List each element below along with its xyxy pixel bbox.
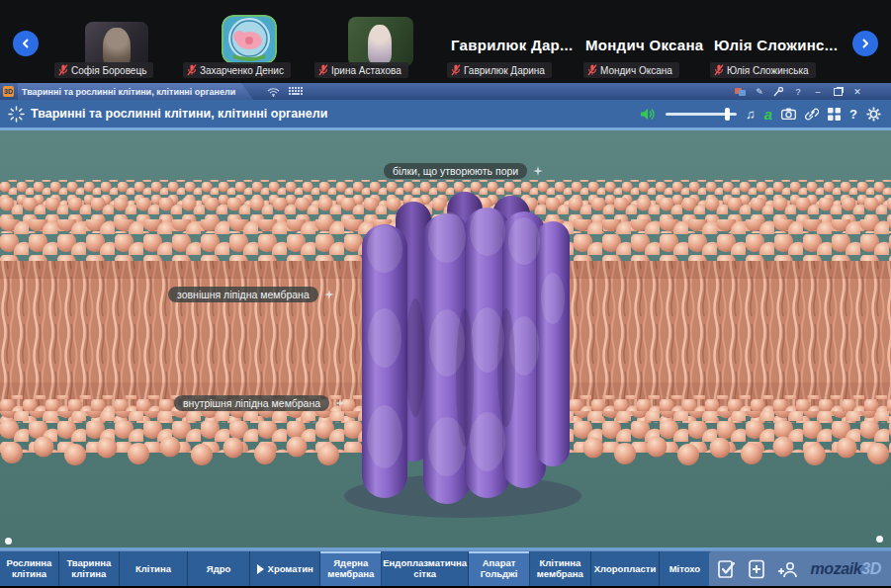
muted-mic-icon [587,64,597,76]
muted-mic-icon [714,64,724,76]
participants-prev-button[interactable] [13,31,39,56]
pencil-icon[interactable]: ✎ [754,86,765,97]
grid-icon[interactable] [828,108,841,121]
video-subject [368,25,392,64]
close-icon[interactable]: ✕ [851,86,863,97]
keyboard-icon[interactable] [289,87,303,96]
toolbar-panel: mozaik3D [709,551,891,587]
sparkle-icon [335,398,345,408]
window-title-tab: Тваринні та рослинні клітини, клітинні о… [18,83,253,100]
help-icon[interactable]: ? [792,86,804,97]
minimize-icon[interactable]: – [812,86,824,97]
chevron-left-icon [21,39,31,48]
scene-tabs-bar: Рослинна клітина Тваринна клітина Клітин… [0,550,891,587]
tab-klityna[interactable]: Клітина [120,551,188,587]
tools-icon[interactable] [773,87,784,97]
participant-name: Захарченко Денис [200,65,284,76]
participant-name: Ірина Астахова [331,65,401,76]
participant-name: Софія Боровець [71,65,146,76]
tab-roslynna-klityna[interactable]: Рослинна клітина [0,551,59,587]
gear-icon[interactable] [866,107,881,122]
spinner-icon[interactable] [8,106,25,123]
camera-icon[interactable] [781,108,796,120]
window-titlebar: 3D Тваринні та рослинні клітини, клітинн… [0,83,891,100]
participant-video-iryna[interactable] [348,17,413,66]
text-tool-icon[interactable]: a [764,107,772,122]
presentation-icon[interactable] [735,87,746,97]
conference-strip: Софія Боровець Захарченко Денис [0,0,891,83]
wifi-icon [267,87,280,97]
scene-nav-dot-left[interactable] [5,538,12,545]
pore-protein-cluster [344,192,581,518]
pig-avatar-image [222,15,277,64]
label-text: білки, що утворюють пори [384,163,527,179]
mozaik3d-logo: mozaik3D [810,560,881,578]
participant-display-name[interactable]: Гаврилюк Дар... [451,37,573,53]
tab-klitynna-membrana[interactable]: Клітинна мембрана [530,551,591,587]
scene-label-pore-proteins[interactable]: білки, що утворюють пори [384,163,543,179]
participant-name: Мондич Оксана [600,65,672,76]
tab-yadro[interactable]: Ядро [188,551,250,587]
music-note-icon[interactable]: ♫ [746,107,756,122]
membrane-3d-model [0,130,891,547]
scene-label-inner-lipid-membrane[interactable]: внутрішня ліпідна мембрана [174,395,345,411]
participant-name-badge: Захарченко Денис [183,62,291,78]
muted-mic-icon [451,64,461,76]
participant-display-name[interactable]: Мондич Оксана [585,37,703,53]
tab-yaderna-membrana[interactable]: Ядерна мембрана [320,551,382,587]
tab-khromatyn[interactable]: Хроматин [250,551,320,587]
sparkle-icon [533,166,543,176]
scene-title: Тваринні та рослинні клітини, клітинні о… [31,107,327,121]
volume-slider-thumb[interactable] [725,108,730,121]
muted-mic-icon [58,64,68,76]
person-add-icon[interactable] [777,560,798,579]
participant-display-name[interactable]: Юлія Сложинс... [714,37,838,53]
muted-mic-icon [318,64,328,76]
tab-aparat-goldzhi[interactable]: Апарат Гольджі [469,551,530,587]
scene-viewport[interactable]: білки, що утворюють пори зовнішня ліпідн… [0,127,891,550]
tab-tvarynna-klityna[interactable]: Тваринна клітина [59,551,120,587]
participants-next-button[interactable] [852,31,878,56]
link-icon[interactable] [805,108,819,121]
play-icon [257,564,264,574]
participant-name-badge: Юлія Сложинська [710,62,816,78]
participant-name-badge: Гаврилюк Дарина [447,62,552,78]
sparkle-icon [324,290,334,299]
participant-name: Гаврилюк Дарина [464,65,545,76]
screen: Софія Боровець Захарченко Денис [0,0,891,588]
volume-slider[interactable] [666,113,737,116]
participant-name-badge: Мондич Оксана [583,62,679,78]
scene-nav-dot-right[interactable] [876,536,883,543]
label-text: зовнішня ліпідна мембрана [168,287,318,302]
clipboard-check-icon[interactable] [717,559,736,579]
participant-name: Юлія Сложинська [727,65,809,76]
tab-khloroplasty[interactable]: Хлоропласти [591,551,661,587]
book-add-icon[interactable] [748,559,765,579]
participant-name-badge: Софія Боровець [54,62,153,78]
tab-endoplazmatychna-sitka[interactable]: Ендоплазматична сітка [382,551,469,587]
app-3d-icon: 3D [3,86,14,97]
tab-mitokhondrii[interactable]: Мітохо [660,551,709,587]
label-text: внутрішня ліпідна мембрана [174,395,329,411]
chevron-right-icon [860,39,870,48]
speaker-icon[interactable] [641,108,657,121]
scene-label-outer-lipid-membrane[interactable]: зовнішня ліпідна мембрана [168,287,334,302]
muted-mic-icon [187,64,197,76]
participant-avatar-zakharchenko[interactable] [222,15,277,64]
restore-icon[interactable] [832,86,844,97]
app-header: Тваринні та рослинні клітини, клітинні о… [0,100,891,127]
participant-name-badge: Ірина Астахова [314,62,408,78]
help-icon[interactable]: ? [849,107,857,122]
